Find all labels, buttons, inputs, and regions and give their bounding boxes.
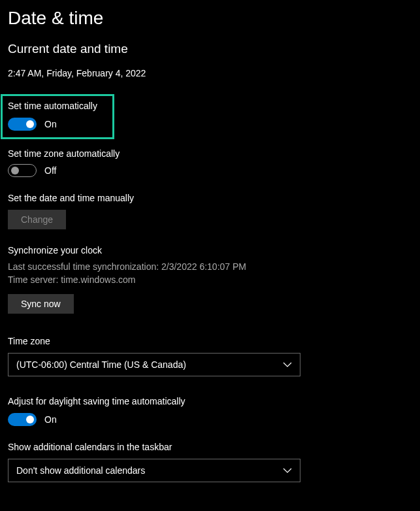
manual-datetime-label: Set the date and time manually	[8, 193, 412, 203]
dst-label: Adjust for daylight saving time automati…	[8, 396, 412, 406]
dst-state: On	[44, 414, 57, 425]
sync-server: Time server: time.windows.com	[8, 274, 412, 287]
manual-datetime-group: Set the date and time manually Change	[8, 193, 412, 229]
sync-heading: Synchronize your clock	[8, 245, 412, 256]
chevron-down-icon	[283, 468, 292, 473]
chevron-down-icon	[283, 362, 292, 367]
timezone-group: Time zone (UTC-06:00) Central Time (US &…	[8, 336, 412, 376]
set-time-auto-group: Set time automatically On	[1, 94, 114, 139]
set-timezone-auto-group: Set time zone automatically Off	[8, 148, 412, 177]
dst-group: Adjust for daylight saving time automati…	[8, 396, 412, 426]
additional-calendars-label: Show additional calendars in the taskbar	[8, 442, 412, 452]
timezone-dropdown[interactable]: (UTC-06:00) Central Time (US & Canada)	[8, 353, 300, 376]
datetime-display: 2:47 AM, Friday, February 4, 2022	[8, 68, 412, 78]
set-timezone-auto-state: Off	[44, 165, 56, 176]
page-title: Date & time	[8, 8, 412, 29]
sync-last-time: Last successful time synchronization: 2/…	[8, 261, 412, 274]
additional-calendars-dropdown[interactable]: Don't show additional calendars	[8, 459, 300, 482]
current-datetime-heading: Current date and time	[8, 42, 412, 56]
set-timezone-auto-toggle[interactable]	[8, 164, 37, 177]
timezone-value: (UTC-06:00) Central Time (US & Canada)	[16, 359, 186, 370]
set-time-auto-label: Set time automatically	[8, 101, 107, 111]
additional-calendars-value: Don't show additional calendars	[16, 465, 145, 476]
dst-toggle[interactable]	[8, 413, 37, 426]
set-timezone-auto-label: Set time zone automatically	[8, 148, 412, 159]
additional-calendars-group: Show additional calendars in the taskbar…	[8, 442, 412, 482]
set-time-auto-toggle[interactable]	[8, 118, 37, 131]
timezone-label: Time zone	[8, 336, 412, 346]
sync-group: Synchronize your clock Last successful t…	[8, 245, 412, 314]
change-button[interactable]: Change	[8, 210, 66, 229]
set-time-auto-state: On	[44, 119, 57, 129]
sync-now-button[interactable]: Sync now	[8, 294, 74, 314]
